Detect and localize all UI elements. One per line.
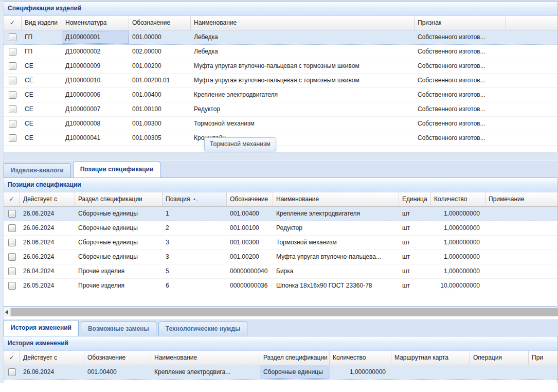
grid-cell[interactable]: Муфта упругая втулочно-пальцевая с тормо…: [191, 74, 415, 87]
grid-cell[interactable]: 6: [163, 279, 227, 293]
horizontal-scrollbar[interactable]: [2, 308, 558, 316]
select-all-header[interactable]: ✓: [4, 192, 20, 206]
grid-cell[interactable]: 001.00300: [227, 236, 273, 250]
grid-cell[interactable]: СЕ: [22, 88, 62, 102]
grid-cell[interactable]: 001.00305: [129, 131, 191, 145]
grid-cell[interactable]: ГП: [22, 45, 62, 59]
grid-cell[interactable]: шт: [399, 250, 431, 264]
grid-cell[interactable]: Лебедка: [191, 30, 415, 44]
grid-cell[interactable]: Сборочные единицы: [75, 207, 163, 221]
grid-cell[interactable]: 1,000000000: [431, 250, 485, 264]
tab-possible-replacements[interactable]: Возможные замены: [81, 322, 156, 336]
grid-cell[interactable]: 1,000000000: [330, 365, 391, 379]
column-header[interactable]: Раздел спецификации: [260, 351, 330, 365]
grid-cell[interactable]: 10,000000000: [431, 279, 485, 293]
tab-change-history[interactable]: История изменений: [4, 320, 79, 336]
grid-cell[interactable]: Сборочные единицы: [75, 236, 163, 250]
row-checkbox[interactable]: [8, 253, 16, 261]
grid-cell[interactable]: 3: [163, 236, 227, 250]
grid-cell[interactable]: 1,000000000: [431, 236, 485, 250]
grid-cell[interactable]: [485, 279, 558, 293]
table-row[interactable]: 26.06.2024Сборочные единицы1001.00400Кре…: [4, 207, 557, 221]
grid-cell[interactable]: 001.00200: [129, 59, 191, 73]
table-row[interactable]: 26.06.2024Сборочные единицы3001.00300Тор…: [4, 236, 557, 250]
grid-cell[interactable]: 001.00200.01: [129, 74, 191, 87]
grid-cell[interactable]: [485, 207, 558, 221]
grid-cell[interactable]: Д100000007: [62, 102, 129, 116]
row-checkbox[interactable]: [9, 48, 16, 56]
grid-cell[interactable]: 001.00200: [227, 250, 273, 264]
grid-cell[interactable]: СЕ: [22, 131, 62, 145]
grid-cell[interactable]: Сборочные единицы: [75, 221, 163, 235]
grid-cell[interactable]: Собственного изготов...: [415, 102, 506, 116]
grid-cell[interactable]: [4, 221, 20, 235]
grid-cell[interactable]: Тормозной механизм: [191, 117, 415, 131]
column-header[interactable]: Номенклатура: [62, 16, 129, 30]
grid-cell[interactable]: Собственного изготов...: [415, 88, 506, 102]
table-row[interactable]: ГПД100000001001.00000ЛебедкаСобственного…: [4, 30, 557, 45]
row-checkbox[interactable]: [9, 62, 16, 70]
column-header[interactable]: Раздел спецификации: [75, 192, 163, 206]
grid-cell[interactable]: [4, 264, 20, 278]
scrollbar-thumb[interactable]: [11, 308, 558, 316]
grid-cell[interactable]: [470, 365, 529, 379]
column-header[interactable]: Обозначение: [129, 16, 191, 30]
grid-cell[interactable]: шт: [399, 221, 431, 235]
grid-cell[interactable]: 2: [163, 221, 227, 235]
column-header[interactable]: Действует с: [20, 351, 84, 365]
grid-cell[interactable]: 001.00100: [129, 102, 191, 116]
grid-cell[interactable]: Собственного изготов...: [415, 131, 506, 145]
grid-cell[interactable]: СЕ: [22, 102, 62, 116]
grid-cell[interactable]: 001.00100: [227, 221, 273, 235]
grid-cell[interactable]: 002.00000: [129, 45, 191, 59]
grid-cell[interactable]: шт: [399, 279, 431, 293]
row-checkbox[interactable]: [8, 239, 16, 246]
grid-cell[interactable]: Бирка: [273, 264, 399, 278]
row-checkbox[interactable]: [8, 268, 16, 275]
row-checkbox[interactable]: [9, 120, 16, 128]
grid-cell[interactable]: 26.06.2024: [20, 250, 75, 264]
row-checkbox[interactable]: [9, 77, 16, 84]
grid-cell[interactable]: Крепление электродвигателя: [191, 88, 415, 102]
row-checkbox[interactable]: [9, 105, 16, 113]
table-row[interactable]: 26.06.2024Сборочные единицы3001.00200Муф…: [4, 250, 557, 264]
grid-cell[interactable]: [4, 250, 20, 264]
row-checkbox[interactable]: [9, 134, 16, 142]
row-checkbox[interactable]: [9, 91, 16, 99]
grid-cell[interactable]: Д100000006: [62, 88, 129, 102]
column-header[interactable]: Действует с: [20, 192, 75, 206]
grid-cell[interactable]: СЕ: [22, 117, 62, 131]
table-row[interactable]: СЕД100000041001.00305КронштейнСобственно…: [4, 131, 557, 146]
grid-cell[interactable]: Собственного изготов...: [415, 74, 506, 87]
grid-cell[interactable]: 00000000036: [227, 279, 273, 293]
grid-cell[interactable]: 26.06.2024: [20, 207, 75, 221]
column-header[interactable]: Примечание: [485, 192, 558, 206]
column-header[interactable]: При: [529, 351, 558, 365]
grid-cell[interactable]: 26.06.2024: [20, 236, 75, 250]
grid-cell[interactable]: [4, 45, 22, 59]
grid-cell[interactable]: Д100000010: [62, 74, 129, 87]
table-row[interactable]: СЕД100000007001.00100РедукторСобственног…: [4, 102, 557, 117]
grid-cell[interactable]: ГП: [22, 30, 62, 44]
grid-cell[interactable]: [4, 365, 20, 379]
grid-cell[interactable]: шт: [399, 207, 431, 221]
select-all-header[interactable]: ✓: [4, 351, 20, 365]
table-row[interactable]: 26.04.2024Прочие изделия500000000040Бирк…: [4, 264, 557, 279]
grid-cell[interactable]: 001.00000: [129, 30, 191, 44]
column-header[interactable]: Признак: [415, 16, 506, 30]
select-all-header[interactable]: ✓: [4, 16, 22, 30]
grid-cell[interactable]: 26.05.2024: [20, 279, 75, 293]
grid-cell[interactable]: 00000000040: [227, 264, 273, 278]
column-header[interactable]: Количество: [431, 192, 485, 206]
grid-cell[interactable]: Муфта упругая втулочно-пальцева...: [273, 250, 399, 264]
row-checkbox[interactable]: [8, 282, 16, 290]
grid-cell[interactable]: Крепление электродвигателя: [273, 207, 399, 221]
grid-cell[interactable]: [4, 74, 22, 87]
grid-cell[interactable]: 1,000000000: [431, 264, 485, 278]
row-checkbox[interactable]: [8, 368, 16, 376]
row-checkbox[interactable]: [8, 224, 16, 232]
grid-cell[interactable]: [485, 264, 558, 278]
grid-cell[interactable]: [485, 236, 558, 250]
table-row[interactable]: СЕД100000010001.00200.01Муфта упругая вт…: [4, 74, 557, 88]
grid-cell[interactable]: Крепление электродвига...: [151, 365, 260, 379]
